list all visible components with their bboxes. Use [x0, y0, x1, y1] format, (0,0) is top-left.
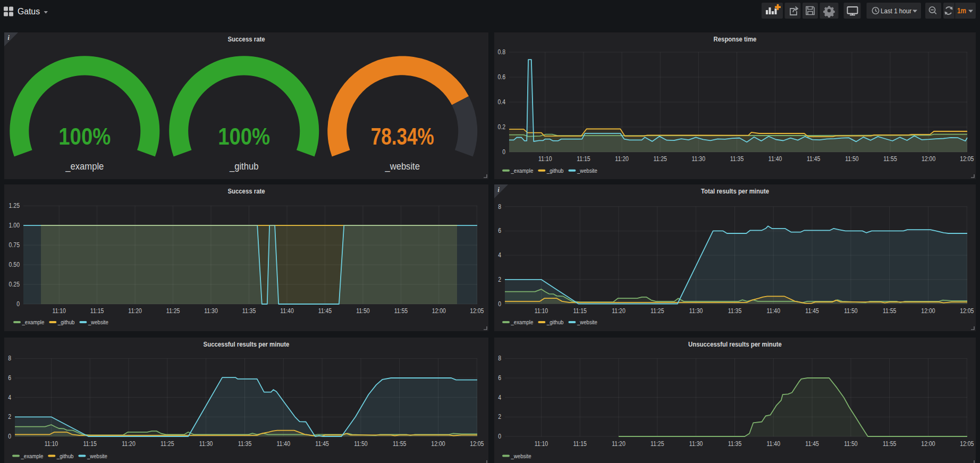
- svg-text:11:30: 11:30: [689, 440, 703, 448]
- svg-text:11:45: 11:45: [315, 440, 329, 448]
- svg-text:11:45: 11:45: [807, 155, 821, 163]
- svg-text:0.8: 0.8: [497, 48, 505, 56]
- svg-text:2: 2: [498, 276, 501, 283]
- svg-text:11:30: 11:30: [689, 307, 703, 315]
- svg-text:11:25: 11:25: [653, 155, 667, 163]
- svg-text:11:15: 11:15: [577, 155, 590, 163]
- svg-text:11:35: 11:35: [728, 307, 742, 315]
- svg-text:_website: _website: [385, 161, 420, 172]
- svg-text:11:50: 11:50: [356, 307, 370, 315]
- svg-text:11:10: 11:10: [52, 307, 66, 315]
- svg-text:11:50: 11:50: [844, 307, 858, 315]
- svg-text:11:40: 11:40: [767, 307, 781, 315]
- svg-text:11:20: 11:20: [122, 440, 136, 448]
- svg-text:_website: _website: [88, 319, 108, 325]
- svg-text:11:30: 11:30: [204, 307, 218, 315]
- svg-text:100%: 100%: [58, 123, 111, 150]
- svg-text:78.34%: 78.34%: [371, 123, 434, 150]
- svg-text:12:05: 12:05: [470, 307, 484, 315]
- svg-text:11:15: 11:15: [83, 440, 97, 448]
- svg-text:4: 4: [8, 394, 11, 401]
- svg-text:1.25: 1.25: [9, 202, 20, 209]
- svg-text:11:50: 11:50: [845, 155, 859, 163]
- svg-text:0: 0: [8, 433, 11, 440]
- svg-text:11:55: 11:55: [883, 307, 897, 315]
- svg-text:11:10: 11:10: [535, 307, 548, 315]
- svg-text:6: 6: [8, 374, 11, 382]
- svg-text:2: 2: [498, 413, 501, 420]
- svg-text:11:10: 11:10: [45, 440, 58, 448]
- svg-text:11:40: 11:40: [280, 307, 294, 315]
- svg-text:11:35: 11:35: [238, 440, 252, 448]
- svg-text:12:00: 12:00: [921, 440, 935, 448]
- svg-text:12:00: 12:00: [431, 440, 445, 448]
- svg-text:_github: _github: [546, 319, 563, 325]
- svg-text:6: 6: [498, 374, 501, 382]
- svg-text:0.6: 0.6: [497, 73, 505, 81]
- svg-text:_website: _website: [577, 319, 597, 325]
- svg-text:_example: _example: [511, 319, 534, 325]
- svg-text:1m: 1m: [957, 6, 966, 15]
- svg-text:11:20: 11:20: [612, 440, 626, 448]
- svg-text:_example: _example: [21, 453, 44, 459]
- svg-text:11:40: 11:40: [767, 440, 781, 448]
- svg-text:Total results per minute: Total results per minute: [701, 187, 769, 195]
- svg-text:12:00: 12:00: [432, 307, 446, 315]
- svg-text:0.25: 0.25: [9, 281, 20, 288]
- svg-text:_website: _website: [577, 167, 597, 174]
- svg-text:0: 0: [502, 148, 505, 156]
- svg-text:11:45: 11:45: [805, 307, 819, 315]
- svg-text:_github: _github: [229, 161, 258, 172]
- svg-text:Successful results per minute: Successful results per minute: [204, 340, 290, 348]
- svg-text:_website: _website: [87, 453, 107, 459]
- svg-text:11:55: 11:55: [883, 440, 897, 448]
- svg-text:11:50: 11:50: [844, 440, 858, 448]
- svg-text:8: 8: [498, 355, 501, 362]
- svg-text:4: 4: [498, 394, 501, 401]
- svg-text:Unsuccessful results per minut: Unsuccessful results per minute: [688, 340, 782, 348]
- svg-text:8: 8: [498, 203, 501, 211]
- svg-text:_website: _website: [511, 453, 531, 459]
- svg-text:12:05: 12:05: [470, 440, 484, 448]
- svg-text:1.00: 1.00: [9, 222, 20, 229]
- svg-text:11:25: 11:25: [650, 440, 664, 448]
- svg-text:2: 2: [8, 413, 11, 420]
- svg-text:0.4: 0.4: [497, 98, 505, 106]
- svg-text:11:15: 11:15: [573, 307, 587, 315]
- svg-text:_github: _github: [56, 453, 73, 459]
- svg-text:11:50: 11:50: [354, 440, 368, 448]
- svg-text:_example: _example: [65, 161, 104, 172]
- svg-text:11:45: 11:45: [318, 307, 332, 315]
- svg-text:11:10: 11:10: [538, 155, 552, 163]
- svg-text:Success rate: Success rate: [227, 35, 265, 43]
- svg-text:11:35: 11:35: [728, 440, 742, 448]
- svg-text:0.2: 0.2: [497, 123, 505, 131]
- svg-text:Response time: Response time: [714, 35, 757, 43]
- svg-text:Last 1 hour: Last 1 hour: [881, 7, 911, 15]
- svg-text:4: 4: [498, 251, 501, 259]
- svg-text:11:20: 11:20: [128, 307, 142, 315]
- svg-text:11:35: 11:35: [242, 307, 256, 315]
- svg-text:11:25: 11:25: [650, 307, 664, 315]
- svg-text:11:10: 11:10: [535, 440, 548, 448]
- svg-text:12:00: 12:00: [921, 307, 935, 315]
- svg-text:0.50: 0.50: [9, 261, 20, 268]
- svg-text:Success rate: Success rate: [227, 187, 265, 195]
- svg-text:_github: _github: [546, 167, 563, 174]
- svg-text:11:55: 11:55: [883, 155, 897, 163]
- svg-text:_example: _example: [511, 167, 534, 174]
- svg-text:11:15: 11:15: [573, 440, 587, 448]
- svg-text:11:35: 11:35: [730, 155, 744, 163]
- svg-text:12:05: 12:05: [960, 307, 974, 315]
- svg-text:100%: 100%: [218, 123, 270, 150]
- svg-text:11:30: 11:30: [199, 440, 213, 448]
- svg-text:0: 0: [498, 433, 501, 440]
- svg-text:8: 8: [8, 355, 11, 362]
- svg-text:12:05: 12:05: [960, 440, 974, 448]
- svg-text:Gatus: Gatus: [18, 6, 40, 16]
- svg-text:11:40: 11:40: [277, 440, 291, 448]
- svg-text:11:55: 11:55: [394, 307, 408, 315]
- svg-text:12:00: 12:00: [922, 155, 936, 163]
- svg-text:11:15: 11:15: [90, 307, 104, 315]
- svg-text:11:40: 11:40: [768, 155, 782, 163]
